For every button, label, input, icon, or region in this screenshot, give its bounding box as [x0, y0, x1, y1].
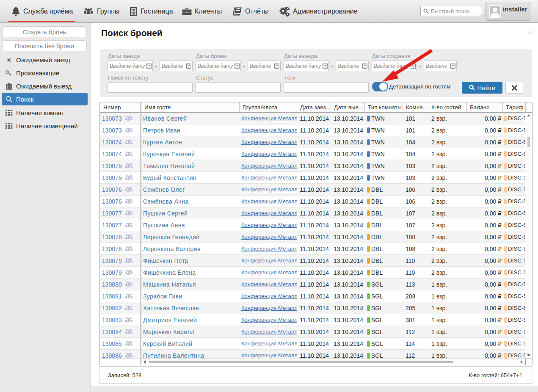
- svg-text:7: 7: [452, 64, 454, 69]
- svg-text:7: 7: [188, 64, 190, 69]
- svg-text:7: 7: [324, 64, 326, 69]
- svg-text:7: 7: [236, 64, 238, 69]
- svg-text:7: 7: [364, 64, 366, 69]
- svg-text:7: 7: [148, 64, 150, 69]
- svg-text:7: 7: [276, 64, 278, 69]
- svg-text:7: 7: [412, 64, 414, 69]
